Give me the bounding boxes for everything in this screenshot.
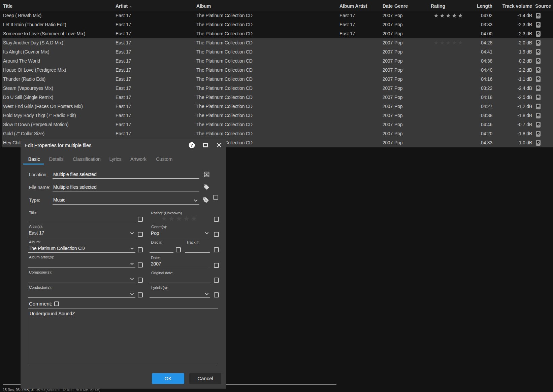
svg-text:?: ? [191,143,193,148]
